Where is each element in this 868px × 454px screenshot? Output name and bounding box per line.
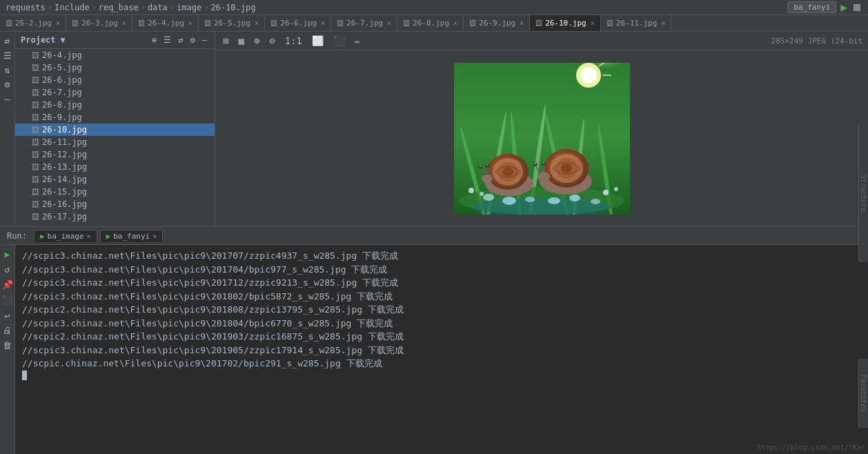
breadcrumb-req_base[interactable]: req_base [99, 3, 139, 12]
toolbar-sort-btn[interactable]: ☰ [2, 49, 13, 62]
file-item-26-15[interactable]: 🖼 26-15.jpg [15, 186, 215, 198]
trash-btn[interactable]: 🗑 [1, 339, 13, 352]
svg-point-48 [603, 190, 609, 195]
run-tab-ba-fanyi[interactable]: ▶ ba_fanyi × [100, 230, 164, 242]
breadcrumb-include[interactable]: Include [55, 3, 90, 12]
file-item-26-9[interactable]: 🖼 26-9.jpg [15, 111, 215, 124]
file-item-26-10[interactable]: 🖼 26-10.jpg [15, 124, 215, 136]
proj-btn-settings[interactable]: ⚙ [188, 34, 197, 46]
close-icon[interactable]: × [56, 19, 60, 27]
close-icon[interactable]: × [122, 19, 126, 27]
top-bar: requests › Include › req_base › data › i… [0, 0, 868, 15]
close-icon[interactable]: × [387, 19, 391, 27]
viewer-zoom-out-btn[interactable]: ⊖ [267, 34, 277, 47]
console-line: //scpic2.chinaz.net\Files\pic\pic9\20180… [22, 303, 861, 317]
image-icon: 🖼 [535, 19, 542, 27]
close-icon[interactable]: × [87, 233, 91, 240]
file-tab-26-6[interactable]: 🖼 26-6.jpg × [265, 15, 331, 31]
right-panel-favorites: Favorites [858, 359, 868, 428]
file-item-26-4[interactable]: 🖼 26-4.jpg [15, 49, 215, 61]
structure-label[interactable]: Structure [858, 172, 868, 215]
file-item-26-7[interactable]: 🖼 26-7.jpg [15, 86, 215, 99]
close-icon[interactable]: × [453, 19, 457, 27]
close-icon[interactable]: × [520, 19, 524, 27]
tab-label: 26-4.jpg [148, 19, 184, 28]
stop-button[interactable]: ⏹ [851, 1, 862, 14]
console-line: //scpic3.chinaz.net\Files\pic\pic9\20170… [22, 263, 861, 277]
rerun-btn[interactable]: ↺ [3, 263, 12, 276]
file-tab-26-2[interactable]: 🖼 26-2.jpg × [0, 15, 66, 31]
proj-btn-1[interactable]: ⊕ [150, 34, 159, 46]
file-item-26-6[interactable]: 🖼 26-6.jpg [15, 74, 215, 86]
toolbar-sync-btn[interactable]: ⇄ [3, 34, 12, 48]
close-icon[interactable]: × [591, 19, 595, 27]
svg-point-21 [591, 199, 600, 204]
file-item-26-11[interactable]: 🖼 26-11.jpg [15, 136, 215, 148]
print-btn[interactable]: 🖨 [1, 324, 13, 337]
proj-btn-2[interactable]: ☰ [161, 34, 173, 46]
project-dropdown-btn[interactable]: ▼ [59, 34, 68, 46]
file-item-26-13[interactable]: 🖼 26-13.jpg [15, 161, 215, 173]
user-badge[interactable]: ba_fanyi [787, 1, 836, 13]
file-item-26-14[interactable]: 🖼 26-14.jpg [15, 173, 215, 186]
file-tab-26-8[interactable]: 🖼 26-8.jpg × [397, 15, 464, 31]
close-icon[interactable]: × [188, 19, 193, 27]
svg-point-16 [483, 194, 494, 201]
breadcrumb-requests[interactable]: requests [6, 3, 46, 12]
close-icon[interactable]: × [661, 19, 665, 27]
file-tab-26-4[interactable]: 🖼 26-4.jpg × [132, 15, 199, 31]
wrap-btn[interactable]: ↵ [3, 308, 12, 322]
console-line: //scpic3.chinaz.net\Files\pic\pic9\20180… [22, 317, 861, 330]
file-tab-26-5[interactable]: 🖼 26-5.jpg × [199, 15, 265, 31]
viewer-content [215, 50, 868, 226]
file-tab-26-7[interactable]: 🖼 26-7.jpg × [331, 15, 397, 31]
run-tab-ba-image[interactable]: ▶ ba_image × [34, 230, 97, 242]
favorites-label[interactable]: Favorites [858, 372, 868, 415]
file-tab-26-10[interactable]: 🖼 26-10.jpg × [530, 15, 601, 31]
tab-label: 26-3.jpg [81, 19, 118, 28]
image-icon: 🖼 [138, 19, 145, 27]
breadcrumb-file[interactable]: 26-10.jpg [210, 3, 255, 12]
toolbar-settings-btn[interactable]: ⚙ [3, 78, 12, 91]
toolbar-close-btn[interactable]: — [3, 92, 12, 106]
tab-label: 26-11.jpg [616, 19, 658, 28]
file-item-26-5[interactable]: 🖼 26-5.jpg [15, 61, 215, 74]
viewer-eyedrop-btn[interactable]: ✏ [353, 34, 362, 47]
viewer-fit-width-btn[interactable]: ⬛ [331, 34, 347, 47]
proj-btn-3[interactable]: ⇄ [176, 34, 185, 46]
viewer-fit-btn[interactable]: ⊞ [221, 34, 230, 47]
svg-point-19 [548, 197, 560, 204]
file-item-26-8[interactable]: 🖼 26-8.jpg [15, 99, 215, 111]
project-file-list[interactable]: 🖼 26-4.jpg 🖼 26-5.jpg 🖼 26-6.jpg 🖼 26-7.… [15, 49, 215, 226]
tab-label: 26-6.jpg [280, 19, 317, 28]
viewer-grid-btn[interactable]: ▦ [236, 34, 246, 47]
breadcrumb-image[interactable]: image [177, 3, 201, 12]
file-item-26-12[interactable]: 🖼 26-12.jpg [15, 148, 215, 161]
tab-label: 26-2.jpg [15, 19, 52, 28]
console-line: //scpic3.chinaz.net\Files\pic\pic9\20180… [22, 290, 861, 304]
file-item-26-16[interactable]: 🖼 26-16.jpg [15, 198, 215, 210]
toolbar-sort2-btn[interactable]: ⇅ [3, 63, 12, 77]
proj-btn-close[interactable]: — [200, 34, 209, 46]
run-btn[interactable]: ▶ [3, 248, 12, 261]
breadcrumb-data[interactable]: data [148, 3, 168, 12]
image-icon: 🖼 [204, 19, 211, 27]
image-icon: 🖼 [6, 19, 12, 27]
viewer-zoom-in-btn[interactable]: ⊕ [252, 34, 262, 47]
close-icon[interactable]: × [321, 19, 325, 27]
run-icon: ▶ [106, 232, 111, 241]
pin-btn[interactable]: 📌 [1, 278, 14, 291]
file-item-26-17[interactable]: 🖼 26-17.jpg [15, 210, 215, 223]
viewer-fit-window-btn[interactable]: ⬜ [310, 34, 326, 47]
stop-btn[interactable]: ⬛ [1, 293, 14, 306]
image-icon: 🖼 [469, 19, 476, 27]
close-icon[interactable]: × [152, 233, 157, 240]
run-button[interactable]: ▶ [840, 1, 847, 14]
file-tab-26-9[interactable]: 🖼 26-9.jpg × [464, 15, 530, 31]
file-icon: 🖼 [32, 63, 39, 72]
console-line: //scpic2.chinaz.net\Files\pic\pic9\20190… [22, 330, 861, 344]
file-tab-26-11[interactable]: 🖼 26-11.jpg × [601, 15, 672, 31]
file-tab-26-3[interactable]: 🖼 26-3.jpg × [66, 15, 132, 31]
close-icon[interactable]: × [255, 19, 259, 27]
viewer-actual-size-btn[interactable]: 1:1 [283, 34, 304, 47]
